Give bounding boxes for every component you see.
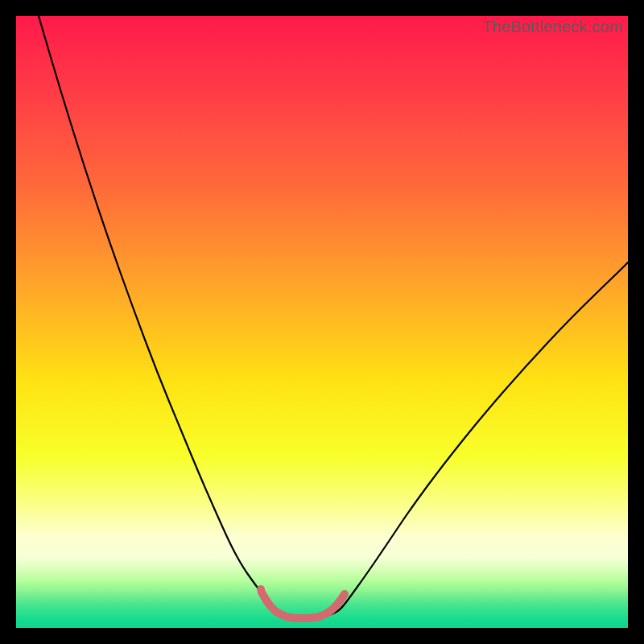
- chart-background: [16, 16, 628, 628]
- trough-dot: [262, 597, 270, 605]
- chart-canvas: [16, 16, 628, 628]
- watermark-label: TheBottleneck.com: [482, 18, 623, 36]
- plot-frame: TheBottleneck.com: [16, 16, 628, 628]
- trough-dot: [257, 585, 265, 593]
